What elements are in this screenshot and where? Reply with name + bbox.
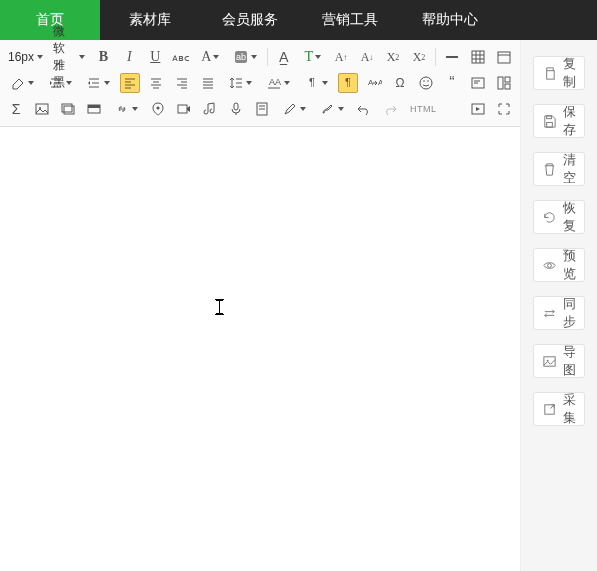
image-export-icon	[542, 354, 557, 369]
chevron-down-icon	[284, 81, 290, 85]
svg-text:“: “	[449, 75, 454, 91]
svg-point-59	[157, 107, 160, 110]
font-size-increase-button[interactable]: A↑	[331, 47, 351, 67]
quote-button[interactable]: “	[442, 73, 462, 93]
table-icon[interactable]	[468, 47, 488, 67]
chevron-down-icon	[28, 81, 34, 85]
side-restore-button[interactable]: 恢复	[533, 200, 585, 234]
font-a-button[interactable]: A̲	[274, 47, 294, 67]
svg-rect-68	[547, 115, 552, 118]
horizontal-rule-icon[interactable]	[442, 47, 462, 67]
side-export-image-button[interactable]: 导图	[533, 344, 585, 378]
align-justify-button[interactable]	[198, 73, 218, 93]
side-preview-button[interactable]: 预览	[533, 248, 585, 282]
chevron-down-icon	[246, 81, 252, 85]
underline-button[interactable]: U	[145, 47, 165, 67]
side-copy-button[interactable]: 复制	[533, 56, 585, 90]
attachment-icon[interactable]	[252, 99, 272, 119]
chevron-down-icon	[322, 81, 328, 85]
highlight-color-button[interactable]: ab	[229, 47, 261, 67]
layout-button[interactable]	[494, 73, 514, 93]
emoji-button[interactable]	[416, 73, 436, 93]
copy-icon	[542, 66, 557, 81]
redo-icon[interactable]	[380, 99, 400, 119]
italic-button[interactable]: I	[119, 47, 139, 67]
paragraph-format-button[interactable]: ¶	[338, 73, 358, 93]
nav-item-home[interactable]: 首页	[0, 0, 100, 40]
svg-rect-3	[472, 51, 484, 63]
text-direction-button[interactable]: ¶	[300, 73, 332, 93]
editor-canvas[interactable]	[0, 127, 520, 571]
svg-text:A: A	[275, 77, 281, 87]
sync-icon	[542, 306, 557, 321]
line-height-button[interactable]	[224, 73, 256, 93]
svg-text:ab: ab	[236, 52, 246, 62]
chevron-down-icon	[315, 55, 321, 59]
code-block-button[interactable]	[468, 73, 488, 93]
eraser-button[interactable]	[6, 73, 38, 93]
html-source-button[interactable]: HTML	[406, 99, 441, 119]
nav-item-materials[interactable]: 素材库	[100, 0, 200, 40]
font-size-decrease-button[interactable]: A↓	[357, 47, 377, 67]
side-btn-label: 复制	[563, 55, 576, 91]
side-clear-button[interactable]: 清空	[533, 152, 585, 186]
side-save-button[interactable]: 保存	[533, 104, 585, 138]
subscript-button[interactable]: X2	[409, 47, 429, 67]
paint-icon[interactable]	[316, 99, 348, 119]
chevron-down-icon	[66, 81, 72, 85]
side-btn-label: 预览	[563, 247, 576, 283]
microphone-icon[interactable]	[226, 99, 246, 119]
nav-item-marketing[interactable]: 营销工具	[300, 0, 400, 40]
preview-toggle-icon[interactable]	[468, 99, 488, 119]
indent-button[interactable]	[44, 73, 76, 93]
svg-point-69	[548, 263, 552, 267]
font-family-select[interactable]: 微软雅黑	[51, 47, 87, 67]
video-icon[interactable]	[174, 99, 194, 119]
svg-text:A: A	[378, 78, 382, 87]
formula-icon[interactable]: Σ	[6, 99, 26, 119]
music-icon[interactable]	[200, 99, 220, 119]
chevron-down-icon	[300, 107, 306, 111]
align-right-button[interactable]	[172, 73, 192, 93]
superscript-button[interactable]: X2	[383, 47, 403, 67]
svg-rect-51	[505, 77, 510, 82]
letter-spacing-button[interactable]: AA	[262, 73, 294, 93]
side-sync-button[interactable]: 同步	[533, 296, 585, 330]
nav-item-membership[interactable]: 会员服务	[200, 0, 300, 40]
side-btn-label: 清空	[563, 151, 576, 187]
location-icon[interactable]	[148, 99, 168, 119]
chevron-down-icon	[37, 55, 43, 59]
letter-spacing-2-button[interactable]: AA	[364, 73, 384, 93]
brush-icon[interactable]	[278, 99, 310, 119]
fullscreen-icon[interactable]	[494, 99, 514, 119]
text-effect-button[interactable]: T	[300, 47, 325, 67]
font-size-select[interactable]: 16px	[6, 47, 45, 67]
strikethrough-button[interactable]: ᴀʙᴄ	[171, 47, 191, 67]
side-btn-label: 同步	[563, 295, 576, 331]
svg-point-43	[420, 77, 432, 89]
side-btn-label: 保存	[563, 103, 576, 139]
svg-text:¶: ¶	[345, 76, 351, 88]
align-center-button[interactable]	[146, 73, 166, 93]
undo-icon[interactable]	[354, 99, 374, 119]
card-icon[interactable]	[84, 99, 104, 119]
svg-rect-60	[178, 105, 187, 113]
link-icon[interactable]	[110, 99, 142, 119]
svg-rect-8	[498, 52, 510, 63]
font-color-button[interactable]: A	[197, 47, 223, 67]
align-left-button[interactable]	[120, 73, 140, 93]
svg-rect-61	[234, 103, 238, 110]
calendar-icon[interactable]	[494, 47, 514, 67]
editor-toolbar: 16px 微软雅黑 B I U ᴀʙᴄ A ab A̲ T	[0, 40, 520, 127]
bold-button[interactable]: B	[93, 47, 113, 67]
multi-image-icon[interactable]	[58, 99, 78, 119]
image-icon[interactable]	[32, 99, 52, 119]
nav-item-help[interactable]: 帮助中心	[400, 0, 500, 40]
outdent-button[interactable]	[82, 73, 114, 93]
side-collect-button[interactable]: 采集	[533, 392, 585, 426]
save-icon	[542, 114, 557, 129]
svg-rect-53	[36, 104, 48, 114]
special-char-button[interactable]: Ω	[390, 73, 410, 93]
chevron-down-icon	[338, 107, 344, 111]
text-cursor-icon	[215, 299, 224, 315]
